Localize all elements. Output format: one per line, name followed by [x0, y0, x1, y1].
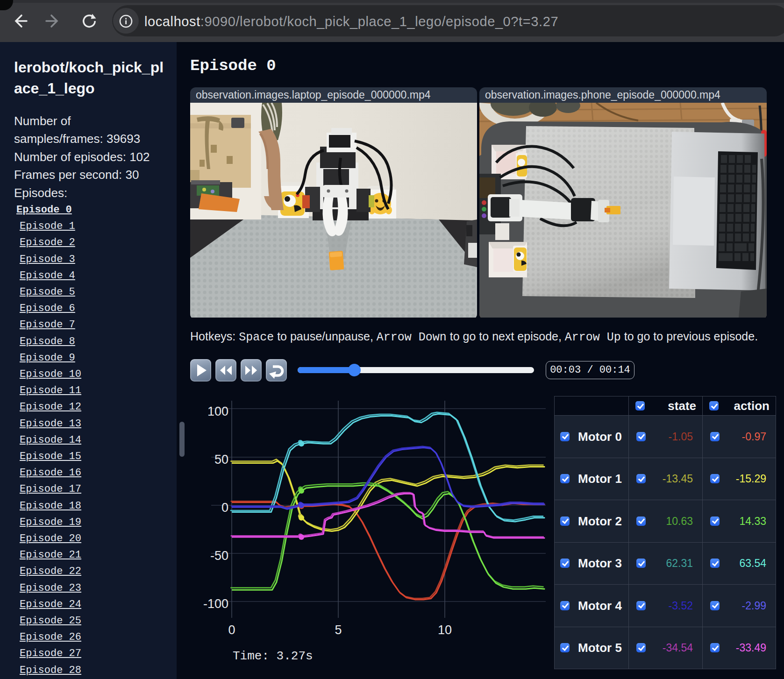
svg-text:-50: -50	[210, 549, 228, 563]
svg-text:50: 50	[214, 453, 228, 467]
svg-text:Time: 3.27s: Time: 3.27s	[233, 649, 313, 663]
svg-text:10: 10	[438, 623, 452, 637]
svg-text:0: 0	[221, 501, 228, 515]
svg-text:0: 0	[228, 623, 235, 637]
svg-text:100: 100	[207, 404, 228, 418]
svg-text:-100: -100	[203, 597, 228, 611]
svg-text:5: 5	[335, 623, 342, 637]
